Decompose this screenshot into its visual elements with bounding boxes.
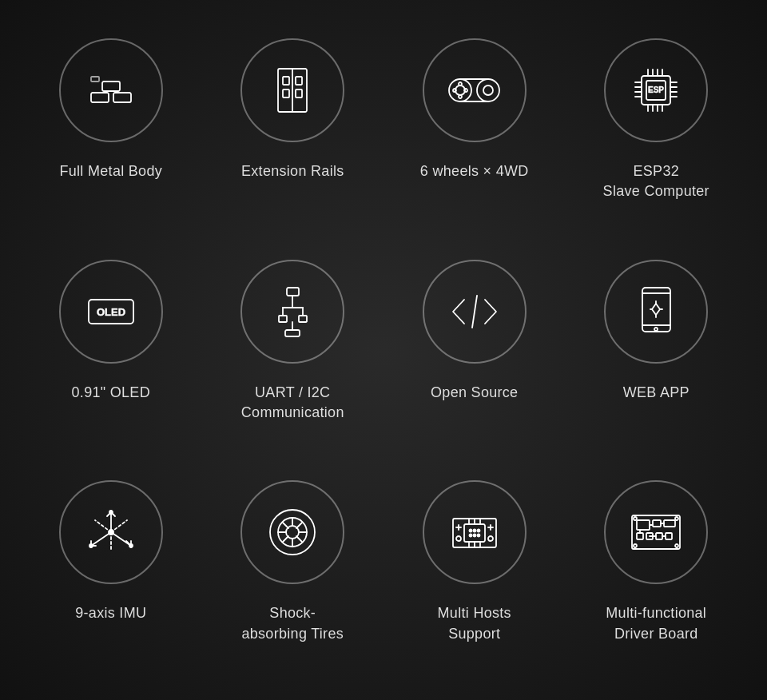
svg-rect-1 xyxy=(113,93,131,102)
svg-point-95 xyxy=(469,529,471,531)
extension-rails-icon-circle xyxy=(240,38,344,142)
svg-rect-7 xyxy=(296,77,302,85)
svg-line-67 xyxy=(111,520,127,532)
driver-board-label: Multi-functionalDriver Board xyxy=(606,603,706,643)
open-source-icon-circle xyxy=(423,260,527,364)
shock-tires-icon-circle xyxy=(240,480,344,584)
svg-point-66 xyxy=(129,544,133,547)
uart-label: UART / I2CCommunication xyxy=(241,383,344,423)
shock-tires-label: Shock-absorbing Tires xyxy=(241,603,344,643)
6wheels-icon-circle xyxy=(423,38,527,142)
svg-line-80 xyxy=(283,536,288,542)
svg-line-78 xyxy=(296,536,302,542)
svg-point-114 xyxy=(634,517,637,520)
svg-point-64 xyxy=(109,511,113,514)
svg-point-16 xyxy=(459,82,462,86)
svg-point-115 xyxy=(675,517,678,520)
multi-hosts-label: Multi HostsSupport xyxy=(438,603,511,643)
svg-point-17 xyxy=(453,89,456,92)
svg-point-13 xyxy=(483,86,493,95)
svg-line-50 xyxy=(472,296,477,328)
svg-rect-6 xyxy=(283,77,289,85)
svg-rect-2 xyxy=(102,82,120,91)
feature-6wheels: 6 wheels × 4WD xyxy=(387,22,562,236)
svg-point-18 xyxy=(459,95,462,98)
feature-imu: 9-axis IMU xyxy=(24,464,198,678)
svg-line-79 xyxy=(296,523,302,528)
svg-point-100 xyxy=(477,534,479,536)
multi-hosts-icon-circle xyxy=(423,480,527,584)
web-app-icon-circle xyxy=(604,260,708,364)
svg-text:ESP: ESP xyxy=(648,86,664,94)
svg-rect-104 xyxy=(664,520,675,527)
open-source-label: Open Source xyxy=(431,383,518,403)
svg-point-117 xyxy=(675,544,678,547)
svg-text:OLED: OLED xyxy=(97,306,125,318)
feature-shock-tires: Shock-absorbing Tires xyxy=(206,464,380,678)
imu-label: 9-axis IMU xyxy=(75,603,146,623)
feature-oled: OLED 0.91" OLED xyxy=(24,244,198,457)
feature-open-source: Open Source xyxy=(387,244,562,457)
svg-rect-0 xyxy=(91,93,109,102)
svg-rect-49 xyxy=(285,330,300,336)
feature-multi-hosts: Multi HostsSupport xyxy=(387,464,562,678)
svg-rect-108 xyxy=(666,533,672,539)
esp32-label: ESP32Slave Computer xyxy=(603,161,709,201)
svg-rect-8 xyxy=(283,89,289,97)
full-metal-body-icon-circle xyxy=(59,38,163,142)
web-app-label: WEB APP xyxy=(623,383,690,403)
oled-label: 0.91" OLED xyxy=(72,383,150,403)
svg-line-61 xyxy=(91,532,111,546)
svg-rect-46 xyxy=(279,316,287,322)
svg-line-68 xyxy=(95,520,111,532)
svg-point-99 xyxy=(473,534,475,536)
svg-rect-47 xyxy=(299,316,307,322)
oled-icon-circle: OLED xyxy=(59,260,163,364)
feature-web-app: WEB APP xyxy=(570,244,744,457)
svg-rect-107 xyxy=(656,533,662,539)
svg-point-70 xyxy=(270,510,315,555)
feature-esp32: ESP ESP32Slave Computer xyxy=(570,22,744,236)
svg-rect-3 xyxy=(91,77,99,82)
svg-point-59 xyxy=(654,328,658,331)
svg-point-93 xyxy=(456,536,461,541)
feature-uart: UART / I2CCommunication xyxy=(206,244,380,457)
svg-point-12 xyxy=(477,79,499,101)
features-grid: Full Metal Body Extension Rails xyxy=(24,22,743,678)
feature-extension-rails: Extension Rails xyxy=(206,22,380,236)
esp32-icon-circle: ESP xyxy=(604,38,708,142)
svg-point-97 xyxy=(477,529,479,531)
6wheels-label: 6 wheels × 4WD xyxy=(420,161,529,181)
svg-point-116 xyxy=(634,544,637,547)
full-metal-body-label: Full Metal Body xyxy=(59,161,162,181)
imu-icon-circle xyxy=(59,480,163,584)
svg-point-19 xyxy=(464,89,467,92)
feature-full-metal-body: Full Metal Body xyxy=(24,22,198,236)
svg-point-94 xyxy=(488,536,493,541)
svg-rect-41 xyxy=(287,288,299,296)
svg-rect-103 xyxy=(653,520,661,527)
svg-rect-9 xyxy=(296,89,302,97)
svg-rect-102 xyxy=(637,520,650,530)
svg-point-65 xyxy=(89,544,93,547)
uart-icon-circle xyxy=(240,260,344,364)
svg-rect-82 xyxy=(464,524,485,542)
svg-point-98 xyxy=(469,534,471,536)
svg-line-77 xyxy=(283,523,288,528)
svg-rect-105 xyxy=(637,533,643,539)
extension-rails-label: Extension Rails xyxy=(241,161,344,181)
feature-driver-board: Multi-functionalDriver Board xyxy=(570,464,744,678)
svg-marker-54 xyxy=(652,304,660,315)
driver-board-icon-circle xyxy=(604,480,708,584)
svg-point-96 xyxy=(473,529,475,531)
